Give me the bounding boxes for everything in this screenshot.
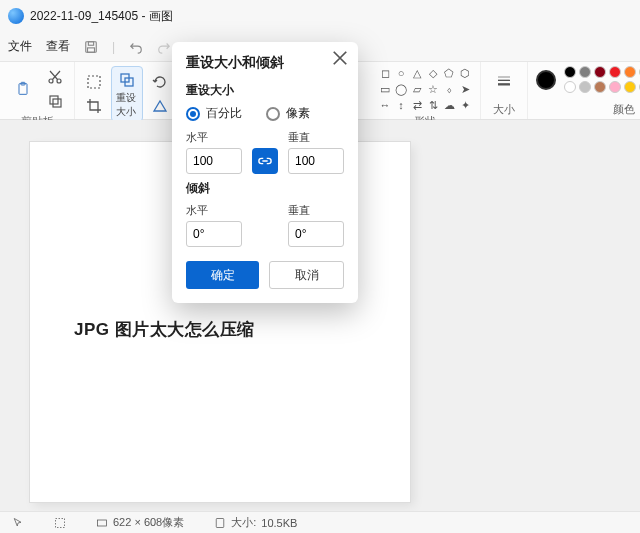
menu-file[interactable]: 文件 [8, 38, 32, 55]
svg-rect-15 [56, 518, 65, 527]
svg-rect-17 [217, 518, 225, 527]
color-row-2[interactable] [564, 81, 640, 93]
label-resize-v: 垂直 [288, 130, 344, 145]
close-icon[interactable] [330, 48, 350, 68]
color-swatch[interactable] [594, 81, 606, 93]
color-swatch[interactable] [579, 66, 591, 78]
resize-tool-highlight[interactable]: 重设大小 [111, 66, 143, 122]
ribbon-group-stroke: 大小 [481, 62, 528, 119]
redo-icon[interactable] [157, 40, 171, 54]
input-resize-v[interactable] [288, 148, 344, 174]
color-row-1[interactable] [564, 66, 640, 78]
flip-icon[interactable] [149, 95, 171, 117]
title-bar: 2022-11-09_145405 - 画图 [0, 0, 640, 32]
rotate-icon[interactable] [149, 71, 171, 93]
colors-label: 颜色 [613, 102, 635, 117]
cursor-tool-icon [12, 517, 24, 529]
svg-point-5 [49, 79, 53, 83]
status-filesize: 大小: 10.5KB [214, 515, 297, 530]
input-resize-h[interactable] [186, 148, 242, 174]
radio-percent[interactable]: 百分比 [186, 105, 242, 122]
color-swatch[interactable] [564, 81, 576, 93]
section-skew: 倾斜 [186, 180, 344, 197]
resize-skew-dialog: 重设大小和倾斜 重设大小 百分比 像素 水平 垂直 倾斜 水平 [172, 42, 358, 303]
app-icon [8, 8, 24, 24]
label-resize-h: 水平 [186, 130, 242, 145]
svg-point-6 [57, 79, 61, 83]
svg-rect-16 [98, 520, 107, 526]
color-swatch[interactable] [624, 81, 636, 93]
menu-view[interactable]: 查看 [46, 38, 70, 55]
undo-icon[interactable] [129, 40, 143, 54]
cut-icon[interactable] [44, 66, 66, 88]
dialog-title: 重设大小和倾斜 [186, 54, 344, 72]
crop-icon[interactable] [83, 95, 105, 117]
ribbon-group-shapes: ◻○△◇⬠⬡ ▭◯▱☆⬨➤ ↔↕⇄⇅☁✦ 形状 [370, 62, 481, 119]
appname: 画图 [149, 9, 173, 23]
radio-dot-icon [266, 107, 280, 121]
save-icon[interactable] [84, 40, 98, 54]
color-swatch[interactable] [564, 66, 576, 78]
cancel-button[interactable]: 取消 [269, 261, 344, 289]
color-swatch[interactable] [579, 81, 591, 93]
canvas-text: JPG 图片太大怎么压缩 [74, 318, 255, 341]
resize-label: 重设大小 [116, 91, 138, 119]
color-swatch[interactable] [609, 66, 621, 78]
filename: 2022-11-09_145405 [30, 9, 138, 23]
input-skew-h[interactable] [186, 221, 242, 247]
active-color-swatch[interactable] [536, 70, 556, 90]
label-skew-h: 水平 [186, 203, 242, 218]
status-dimensions: 622 × 608像素 [96, 515, 184, 530]
selection-indicator-icon [54, 517, 66, 529]
svg-rect-9 [88, 76, 100, 88]
color-swatch[interactable] [594, 66, 606, 78]
status-bar: 622 × 608像素 大小: 10.5KB [0, 511, 640, 533]
color-swatch[interactable] [609, 81, 621, 93]
input-skew-v[interactable] [288, 221, 344, 247]
window-title: 2022-11-09_145405 - 画图 [30, 8, 173, 25]
color-swatch[interactable] [624, 66, 636, 78]
copy-icon[interactable] [44, 90, 66, 112]
ribbon-group-clipboard: 剪贴板 [0, 62, 75, 119]
svg-rect-8 [53, 99, 61, 107]
shapes-gallery[interactable]: ◻○△◇⬠⬡ ▭◯▱☆⬨➤ ↔↕⇄⇅☁✦ [378, 66, 472, 112]
ribbon-group-image: 重设大小 [75, 62, 180, 119]
stroke-width-icon[interactable] [489, 66, 519, 96]
link-aspect-icon[interactable] [252, 148, 278, 174]
radio-pixels[interactable]: 像素 [266, 105, 310, 122]
svg-rect-1 [88, 41, 93, 45]
stroke-label: 大小 [493, 102, 515, 117]
svg-rect-7 [50, 96, 58, 104]
resize-icon [116, 69, 138, 91]
select-icon[interactable] [83, 71, 105, 93]
radio-dot-icon [186, 107, 200, 121]
ribbon-group-colors: 颜色 [528, 62, 640, 119]
paste-icon[interactable] [8, 74, 38, 104]
section-resize: 重设大小 [186, 82, 344, 99]
ok-button[interactable]: 确定 [186, 261, 259, 289]
svg-rect-2 [88, 47, 95, 51]
label-skew-v: 垂直 [288, 203, 344, 218]
